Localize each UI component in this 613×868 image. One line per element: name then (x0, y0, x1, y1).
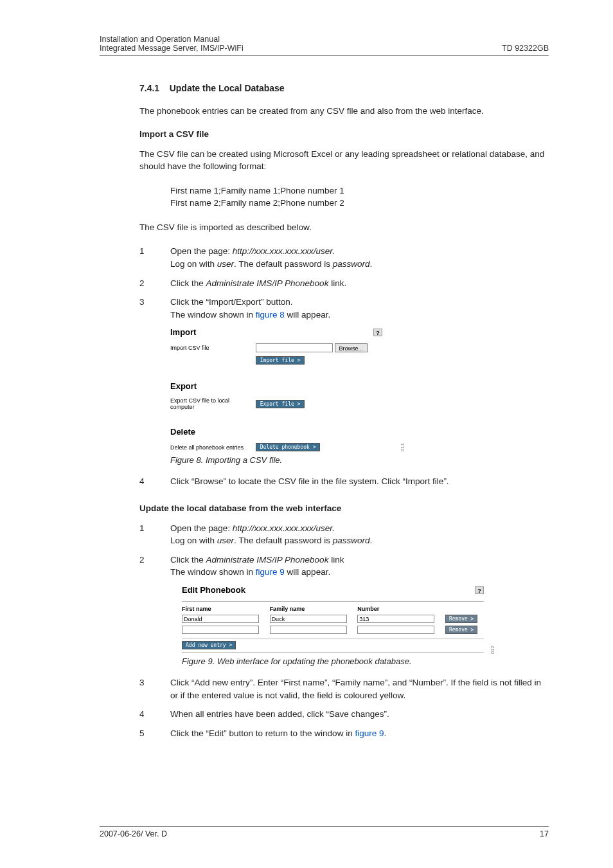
step-4: 4 Click “Browse” to locate the CSV file … (139, 475, 549, 488)
fig8-import-label: Import CSV file (170, 345, 254, 351)
fig9-col-first: First name (182, 604, 270, 613)
fig8-delete-phonebook-button[interactable]: Delete phonebook > (256, 443, 321, 451)
update-web-heading: Update the local database from the web i… (139, 503, 549, 513)
section-heading: 7.4.1 Update the Local Database (139, 83, 549, 93)
fig9-number-input-2[interactable] (357, 626, 434, 634)
fig9-remove-button[interactable]: Remove > (445, 615, 478, 623)
fig8-import-heading: Import (170, 327, 196, 337)
figure-8-caption: Figure 8. Importing a CSV file. (170, 455, 549, 465)
figure-9-link-2[interactable]: figure 9 (355, 728, 384, 738)
web-step-3: 3 Click “Add new entry”. Enter “First na… (139, 676, 549, 701)
csv-format-line1: First name 1;Family name 1;Phone number … (170, 185, 549, 197)
page-footer: 2007-06-26/ Ver. D 17 (100, 826, 549, 838)
web-step-1: 1 Open the page: http://xxx.xxx.xxx.xxx/… (139, 522, 549, 547)
figure-8-link[interactable]: figure 8 (256, 310, 285, 320)
fig8-browse-button[interactable]: Browse... (335, 343, 368, 352)
table-row: Remove > (182, 613, 484, 624)
footer-page-number: 17 (540, 829, 549, 838)
web-step-5: 5 Click the “Edit” button to return to t… (139, 727, 549, 740)
help-icon[interactable]: ? (373, 329, 382, 336)
page-header: Installation and Operation Manual Integr… (100, 35, 549, 56)
fig9-number-input[interactable] (357, 615, 434, 623)
footer-date-version: 2007-06-26/ Ver. D (100, 829, 167, 838)
fig9-code: 012 (490, 646, 495, 654)
figure-8: Import ? Import CSV file Browse... Impor… (170, 327, 382, 451)
fig8-import-file-input[interactable] (256, 343, 333, 352)
fig9-title: Edit Phonebook (182, 585, 245, 595)
step-1: 1 Open the page: http://xxx.xxx.xxx.xxx/… (139, 245, 549, 270)
import-csv-para: The CSV file can be created using Micros… (139, 148, 549, 173)
import-csv-heading: Import a CSV file (139, 129, 549, 139)
import-csv-para2: The CSV file is imported as described be… (139, 221, 549, 234)
fig8-import-file-button[interactable]: Import file > (256, 356, 305, 365)
fig8-delete-heading: Delete (170, 427, 195, 437)
fig8-export-heading: Export (170, 381, 197, 391)
section-number: 7.4.1 (139, 83, 159, 93)
fig8-export-label: Export CSV file to local computer (170, 397, 254, 410)
csv-format-line2: First name 2;Family name 2;Phone number … (170, 197, 549, 210)
figure-9-caption: Figure 9. Web interface for updating the… (182, 656, 549, 666)
fig9-remove-button[interactable]: Remove > (445, 626, 478, 634)
help-icon[interactable]: ? (475, 586, 484, 594)
fig8-export-file-button[interactable]: Export file > (256, 400, 305, 408)
fig9-col-family: Family name (270, 604, 358, 613)
table-row: Remove > (182, 624, 484, 635)
section-intro: The phonebook entries can be created fro… (139, 105, 549, 118)
fig9-family-input[interactable] (270, 615, 347, 623)
csv-format-block: First name 1;Family name 1;Phone number … (170, 185, 549, 210)
step-3: 3 Click the “Import/Export” button. The … (139, 296, 549, 321)
header-left-2: Integrated Message Server, IMS/IP-WiFi (100, 44, 244, 53)
header-doc-id: TD 92322GB (502, 44, 549, 53)
fig9-first-input-2[interactable] (182, 626, 259, 634)
fig8-code: 011 (400, 443, 405, 451)
step-2: 2 Click the Administrate IMS/IP Phoneboo… (139, 277, 549, 290)
figure-9: Edit Phonebook ? First name Family name … (182, 585, 484, 653)
fig9-first-input[interactable] (182, 615, 259, 623)
header-left-1: Installation and Operation Manual (100, 35, 220, 44)
web-step-4: 4 When all entries have been added, clic… (139, 708, 549, 721)
fig9-add-entry-button[interactable]: Add new entry > (182, 641, 236, 649)
fig9-table: First name Family name Number Remove > R… (182, 604, 484, 635)
footer-divider (100, 826, 549, 827)
section-title: Update the Local Database (170, 83, 285, 93)
fig8-delete-label: Delete all phonebook entries (170, 444, 254, 451)
fig9-col-number: Number (357, 604, 445, 613)
web-step-2: 2 Click the Administrate IMS/IP Phoneboo… (139, 554, 549, 579)
figure-9-link[interactable]: figure 9 (256, 567, 285, 577)
fig9-family-input-2[interactable] (270, 626, 347, 634)
